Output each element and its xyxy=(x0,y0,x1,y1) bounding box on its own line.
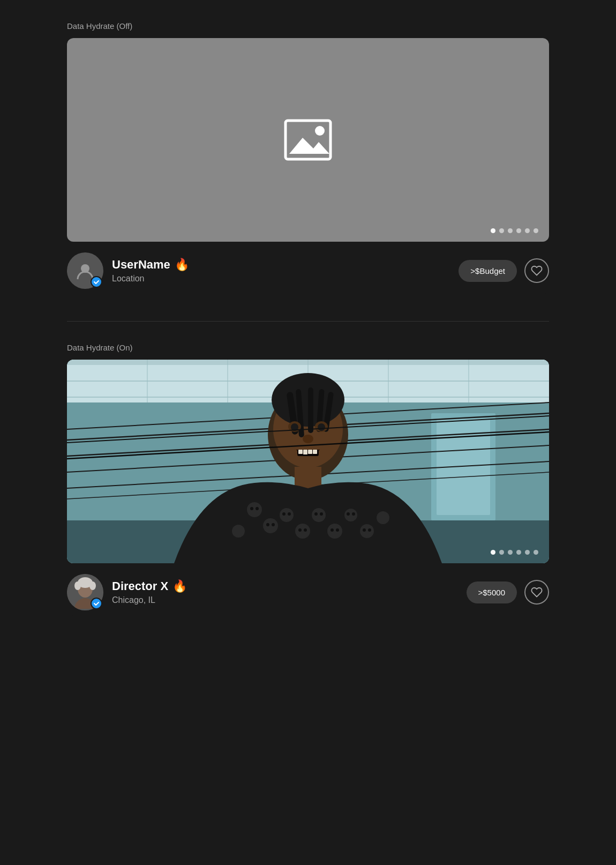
heart-icon-on xyxy=(531,586,543,598)
svg-point-69 xyxy=(368,528,371,532)
verified-badge-on xyxy=(91,598,102,609)
card-actions-off: >$Budget xyxy=(459,258,549,283)
card-footer-off: UserName 🔥 Location >$Budget xyxy=(67,242,549,294)
dot-2 xyxy=(499,228,504,233)
username-on: Director X xyxy=(112,579,168,593)
svg-point-48 xyxy=(295,524,310,539)
dot-on-6 xyxy=(534,550,538,555)
section-divider xyxy=(67,321,549,322)
fire-icon-on: 🔥 xyxy=(172,579,187,593)
user-location-off: Location xyxy=(112,274,450,284)
svg-point-60 xyxy=(298,528,302,532)
avatar-container-on xyxy=(67,574,103,610)
budget-button-off[interactable]: >$Budget xyxy=(459,260,517,282)
svg-rect-42 xyxy=(313,450,317,454)
svg-point-66 xyxy=(347,512,350,516)
svg-point-54 xyxy=(250,507,253,510)
section2-label: Data Hydrate (On) xyxy=(67,343,549,352)
svg-point-64 xyxy=(330,528,334,532)
dot-on-4 xyxy=(516,550,521,555)
dot-3 xyxy=(508,228,513,233)
svg-point-49 xyxy=(312,508,326,522)
dot-indicators-off xyxy=(491,228,538,233)
svg-marker-2 xyxy=(289,138,329,154)
dot-on-1 xyxy=(491,550,495,555)
like-button-off[interactable] xyxy=(524,258,549,283)
svg-point-61 xyxy=(304,528,307,532)
svg-point-37 xyxy=(303,435,313,443)
heart-icon-off xyxy=(531,265,543,277)
svg-point-52 xyxy=(360,524,374,538)
photo-scene xyxy=(67,360,549,563)
scene-svg xyxy=(67,360,549,563)
svg-point-50 xyxy=(327,524,342,539)
svg-point-63 xyxy=(320,512,323,516)
svg-point-1 xyxy=(315,126,325,136)
svg-rect-43 xyxy=(295,467,321,488)
section1-label: Data Hydrate (Off) xyxy=(67,21,549,31)
svg-point-75 xyxy=(74,581,81,590)
user-name-row-on: Director X 🔥 xyxy=(112,579,458,593)
svg-rect-40 xyxy=(303,450,307,454)
svg-rect-30 xyxy=(308,387,313,433)
dot-4 xyxy=(516,228,521,233)
user-info-off: UserName 🔥 Location xyxy=(112,258,450,284)
username-off: UserName xyxy=(112,258,170,272)
like-button-on[interactable] xyxy=(524,580,549,605)
svg-point-53 xyxy=(377,511,389,524)
svg-point-45 xyxy=(263,518,278,533)
svg-point-62 xyxy=(314,512,318,516)
image-placeholder-icon xyxy=(284,119,332,161)
dot-on-3 xyxy=(508,550,513,555)
svg-point-57 xyxy=(272,523,275,526)
dot-on-5 xyxy=(525,550,530,555)
svg-point-65 xyxy=(336,528,339,532)
svg-point-47 xyxy=(280,508,294,522)
card-on: Director X 🔥 Chicago, IL >$5000 xyxy=(67,360,549,616)
svg-point-55 xyxy=(256,507,259,510)
card-off: UserName 🔥 Location >$Budget xyxy=(67,38,549,294)
svg-point-46 xyxy=(232,525,245,538)
svg-point-76 xyxy=(89,581,96,590)
svg-point-51 xyxy=(344,509,357,521)
dot-5 xyxy=(525,228,530,233)
card-image-placeholder xyxy=(67,38,549,242)
card-footer-on: Director X 🔥 Chicago, IL >$5000 xyxy=(67,563,549,616)
dot-1 xyxy=(491,228,495,233)
budget-button-on[interactable]: >$5000 xyxy=(467,581,517,603)
dot-indicators-on xyxy=(491,550,538,555)
card-actions-on: >$5000 xyxy=(467,580,549,605)
card-image-real xyxy=(67,360,549,563)
svg-rect-41 xyxy=(308,450,312,454)
svg-point-67 xyxy=(352,512,355,516)
svg-point-56 xyxy=(266,523,269,526)
svg-point-68 xyxy=(363,528,366,532)
svg-point-59 xyxy=(288,512,291,516)
svg-point-36 xyxy=(318,423,325,431)
dot-on-2 xyxy=(499,550,504,555)
svg-point-44 xyxy=(247,502,262,517)
svg-rect-39 xyxy=(298,450,303,454)
avatar-container-off xyxy=(67,252,103,289)
user-location-on: Chicago, IL xyxy=(112,595,458,605)
verified-badge-off xyxy=(91,276,102,288)
fire-icon-off: 🔥 xyxy=(175,258,189,272)
svg-point-58 xyxy=(282,512,286,516)
user-info-on: Director X 🔥 Chicago, IL xyxy=(112,579,458,605)
dot-6 xyxy=(534,228,538,233)
user-name-row-off: UserName 🔥 xyxy=(112,258,450,272)
